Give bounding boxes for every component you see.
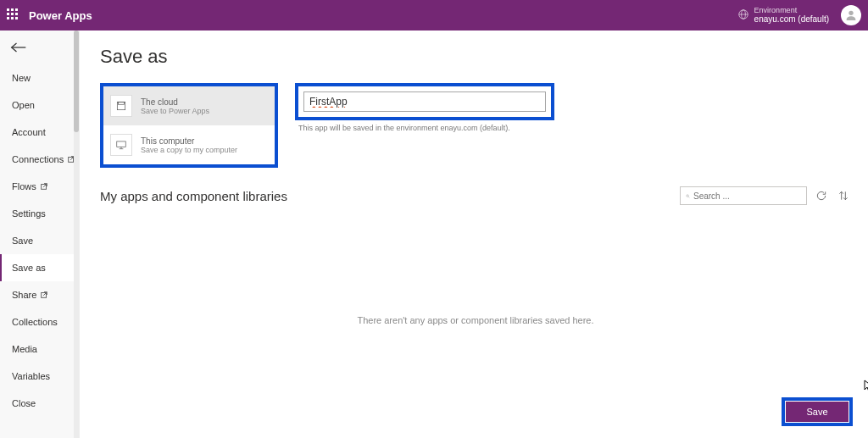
sidebar: NewOpenAccountConnectionsFlowsSettingsSa… <box>0 30 80 438</box>
sidebar-item-label: Share <box>12 290 36 300</box>
svg-line-17 <box>688 197 689 197</box>
save-button[interactable]: Save <box>786 402 849 422</box>
sidebar-item-account[interactable]: Account <box>0 119 79 146</box>
libraries-title: My apps and component libraries <box>100 189 287 203</box>
environment-icon <box>737 8 749 22</box>
app-name-highlight <box>295 83 554 120</box>
save-location-text: The cloudSave to Power Apps <box>141 97 209 115</box>
save-location-the-cloud[interactable]: The cloudSave to Power Apps <box>103 86 275 125</box>
save-location-this-computer[interactable]: This computerSave a copy to my computer <box>103 125 275 164</box>
svg-rect-13 <box>117 141 126 147</box>
external-link-icon <box>40 182 48 191</box>
sidebar-item-media[interactable]: Media <box>0 335 79 363</box>
app-name-area: This app will be saved in the environmen… <box>295 83 554 132</box>
svg-point-3 <box>849 11 853 15</box>
libraries-tools <box>680 186 851 205</box>
sidebar-item-new[interactable]: New <box>0 64 79 91</box>
save-top-row: The cloudSave to Power AppsThis computer… <box>100 83 851 168</box>
sidebar-item-save[interactable]: Save <box>0 227 79 254</box>
environment-text: Environment enayu.com (default) <box>754 7 829 25</box>
environment-switcher[interactable]: Environment enayu.com (default) <box>737 7 829 25</box>
search-input[interactable] <box>693 191 801 201</box>
top-bar-left: Power Apps <box>7 8 92 22</box>
save-location-list: The cloudSave to Power AppsThis computer… <box>100 83 278 168</box>
back-button[interactable] <box>0 37 79 64</box>
sidebar-item-label: Variables <box>12 371 50 381</box>
sidebar-item-open[interactable]: Open <box>0 91 79 119</box>
sidebar-item-label: New <box>12 73 31 83</box>
sidebar-item-label: Media <box>12 344 37 354</box>
svg-point-16 <box>687 194 689 197</box>
main-panel: Save as The cloudSave to Power AppsThis … <box>80 30 868 438</box>
sidebar-item-label: Save <box>12 236 33 246</box>
page-title: Save as <box>100 46 851 68</box>
search-box[interactable] <box>680 186 807 205</box>
libraries-header-row: My apps and component libraries <box>100 186 851 205</box>
save-location-subtitle: Save to Power Apps <box>141 107 209 115</box>
save-location-title: The cloud <box>141 97 209 107</box>
sidebar-item-close[interactable]: Close <box>0 390 79 417</box>
save-location-title: This computer <box>141 136 237 146</box>
sidebar-item-label: Open <box>12 100 35 110</box>
top-bar: Power Apps Environment enayu.com (defaul… <box>0 0 868 30</box>
app-title: Power Apps <box>29 9 92 22</box>
mouse-cursor-icon <box>864 380 868 393</box>
environment-value: enayu.com (default) <box>754 14 829 24</box>
app-launcher-icon[interactable] <box>7 8 20 22</box>
search-icon <box>686 191 690 201</box>
save-location-text: This computerSave a copy to my computer <box>141 136 237 154</box>
user-avatar[interactable] <box>841 5 861 25</box>
libraries-empty-message: There aren't any apps or component libra… <box>100 315 851 325</box>
sidebar-item-variables[interactable]: Variables <box>0 363 79 390</box>
refresh-button[interactable] <box>814 188 829 203</box>
sidebar-item-collections[interactable]: Collections <box>0 308 79 335</box>
save-environment-note: This app will be saved in the environmen… <box>298 124 554 132</box>
environment-label: Environment <box>754 7 829 15</box>
sidebar-item-label: Save as <box>12 263 46 273</box>
sidebar-item-label: Settings <box>12 208 46 219</box>
external-link-icon <box>40 291 48 299</box>
sidebar-item-settings[interactable]: Settings <box>0 200 79 227</box>
computer-save-icon <box>110 134 132 156</box>
sidebar-item-label: Flows <box>12 181 36 191</box>
sidebar-scroll-thumb[interactable] <box>74 30 79 132</box>
sidebar-item-save-as[interactable]: Save as <box>0 254 79 281</box>
cloud-save-icon <box>110 95 132 117</box>
sort-button[interactable] <box>836 188 851 203</box>
sidebar-item-flows[interactable]: Flows <box>0 173 79 200</box>
save-button-highlight: Save <box>782 397 853 426</box>
sidebar-item-connections[interactable]: Connections <box>0 146 79 173</box>
sidebar-item-label: Collections <box>12 317 58 327</box>
sidebar-item-label: Close <box>12 398 36 408</box>
top-bar-right: Environment enayu.com (default) <box>737 5 861 25</box>
svg-rect-12 <box>119 102 125 104</box>
save-location-subtitle: Save a copy to my computer <box>141 146 237 154</box>
sidebar-item-label: Account <box>12 127 46 137</box>
sidebar-item-share[interactable]: Share <box>0 281 79 308</box>
sidebar-item-label: Connections <box>12 154 64 164</box>
sidebar-scrollbar[interactable] <box>74 30 79 438</box>
body: NewOpenAccountConnectionsFlowsSettingsSa… <box>0 30 868 438</box>
app-name-input[interactable] <box>303 91 546 112</box>
